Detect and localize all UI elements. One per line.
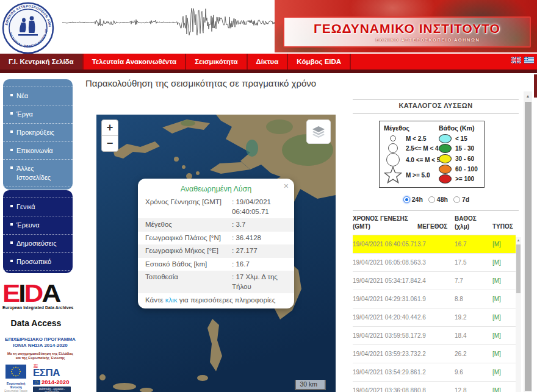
table-row[interactable]: 19/04/2021 04:29:31.061.98.8[M] — [353, 290, 516, 308]
time-filter-24h[interactable]: 24h — [403, 196, 423, 203]
banner-band: ΓΕΩΔΥΝΑΜΙΚΟ ΙΝΣΤΙΤΟΥΤΟ ΕΘΝΙΚΟ ΑΣΤΕΡΟΣΚΟΠ… — [283, 16, 531, 48]
header-line: ΒΑΘΟΣ — [455, 215, 492, 223]
table-scrollbar[interactable]: ▲ — [516, 237, 521, 392]
sidebar-item-label: Νέα — [16, 91, 28, 101]
cell-type: [M] — [492, 351, 516, 357]
eu-flag-icon — [5, 365, 26, 379]
observatory-logo[interactable]: ΕΘΝΙΚΟΝ ΑΣΤΕΡΟΣΚΟΠΕΙΟΝ ΑΘΗΝΩΝ NATIONAL O… — [1, 2, 55, 54]
map-canvas[interactable]: + − × Αναθεωρημένη Λύση Χρόνος Γέννησης … — [96, 115, 336, 392]
legend-magnitude-title: Μέγεθος — [384, 124, 435, 132]
table-scroll-up-icon[interactable]: ▲ — [516, 237, 521, 243]
popup-footer-text2: για περισσότερες πληροφορίες — [178, 296, 276, 304]
popup-footer: Κάντε κλικ για περισσότερες πληροφορίες — [138, 293, 294, 306]
depth-color-swatch — [439, 174, 452, 184]
legend-magnitude-item: 4.0 <= M < 5.0 — [384, 153, 435, 166]
map-legend: Μέγεθος M < 2.52.5<= M < 4.04.0 <= M < 5… — [379, 121, 485, 188]
bullet-icon — [10, 166, 13, 169]
legend-depth-item: 30 - 60 — [439, 154, 480, 164]
nav-item[interactable]: Κόμβος EIDA — [288, 54, 351, 69]
table-row[interactable]: 19/04/2021 06:40:05.713.716.7[M] — [353, 235, 516, 254]
legend-depth-item: 15 - 30 — [439, 144, 480, 154]
cell-time: 19/04/2021 03:59:58.17 — [353, 332, 417, 339]
legend-depth-item: < 15 — [439, 134, 480, 144]
nav-item[interactable]: Δίκτυα — [248, 54, 289, 69]
table-scroll-thumb[interactable] — [516, 244, 521, 293]
table-row[interactable]: 19/04/2021 04:20:40.442.619.2[M] — [353, 308, 516, 327]
popup-close-button[interactable]: × — [284, 182, 289, 190]
table-row[interactable]: 19/04/2021 06:05:08.563.317.5[M] — [353, 254, 516, 272]
sidebar-item[interactable]: Γενικά — [3, 198, 73, 216]
cell-magnitude: 2.2 — [417, 351, 455, 357]
popup-row-value: : 17 Χλμ. Δ της Τήλου — [232, 273, 287, 291]
cell-type: [M] — [492, 387, 516, 392]
sidebar-item[interactable]: Δημοσιεύσεις — [3, 235, 73, 253]
eu-flag-mini-icon — [33, 380, 40, 385]
cell-magnitude: 0.8 — [417, 387, 455, 392]
seismogram-waveform — [62, 4, 279, 41]
nav-item[interactable]: Σεισμικότητα — [186, 54, 247, 69]
table-header-cell: ΒΑΘΟΣ(χλμ) — [455, 215, 492, 230]
time-filter-label: 24h — [412, 196, 423, 203]
sidebar-item[interactable]: Προσωπικό — [3, 253, 73, 271]
espa-logo: ≋ ΕΣΠΑ 2014-2020 ανάπτυξη - εργασία - αλ… — [33, 365, 71, 392]
zoom-out-button[interactable]: − — [102, 135, 118, 151]
bullet-icon — [10, 223, 13, 226]
table-row[interactable]: 19/04/2021 03:36:08.880.812.8[M] — [353, 382, 516, 392]
header-line: (χλμ) — [455, 223, 492, 230]
popup-more-info-link[interactable]: κλικ — [165, 296, 178, 304]
page-title: Παρακολούθηση της σεισμικότητας σε πραγμ… — [85, 78, 316, 88]
radio-icon[interactable] — [403, 196, 410, 203]
magnitude-symbol-icon — [384, 135, 402, 141]
panel-scroll-thumb[interactable] — [525, 102, 532, 391]
sidebar-item-label: Έρευνα — [16, 221, 40, 230]
eida-logo[interactable]: EIDA European Integrated Data Archives D… — [2, 282, 74, 328]
cell-type: [M] — [492, 296, 516, 302]
radio-icon[interactable] — [453, 196, 460, 203]
table-row[interactable]: 19/04/2021 05:34:17.842.47.7[M] — [353, 272, 516, 290]
popup-row-value: : 3.7 — [232, 220, 287, 230]
sidebar-item[interactable]: Επικοινωνία — [3, 142, 73, 160]
sidebar-item[interactable]: Προκηρύξεις — [3, 124, 73, 142]
panel-divider-3 — [353, 210, 519, 211]
espa-years: 2014-2020 — [41, 379, 69, 385]
table-row[interactable]: 19/04/2021 03:54:29.861.29.6[M] — [353, 363, 516, 382]
nav-item[interactable]: Τελευταία Ανακοινωθέντα — [84, 54, 186, 69]
nav-item[interactable]: Γ.Ι. Κεντρική Σελίδα — [0, 54, 84, 69]
cell-magnitude: 1.2 — [417, 369, 455, 376]
eida-letters: EIDA — [2, 282, 74, 303]
table-header-cell: ΤΥΠΟΣ — [492, 215, 516, 230]
cell-depth: 18.4 — [455, 332, 492, 339]
panel-scroll-up-icon[interactable]: ▲ — [524, 91, 532, 101]
sidebar-item[interactable]: Άλλες Ιστοσελίδες — [3, 160, 73, 187]
table-row[interactable]: 19/04/2021 03:59:23.732.226.2[M] — [353, 345, 516, 363]
popup-row-value: : 36.4128 — [232, 233, 287, 243]
depth-color-swatch — [439, 134, 452, 143]
panel-divider-top — [353, 99, 519, 100]
cell-magnitude: 2.6 — [417, 314, 455, 321]
radio-icon[interactable] — [428, 196, 435, 203]
sidebar-item[interactable]: Έρευνα — [3, 216, 73, 235]
time-filter-7d[interactable]: 7d — [453, 196, 469, 203]
map-layers-button[interactable] — [306, 119, 331, 144]
popup-details: Χρόνος Γέννησης [GMT]: 19/04/2021 06:40:… — [138, 196, 294, 293]
cell-depth: 16.7 — [455, 241, 492, 248]
magnitude-circle-icon — [386, 153, 400, 166]
table-row[interactable]: 19/04/2021 03:59:58.172.918.4[M] — [353, 327, 516, 345]
uk-flag-icon[interactable] — [511, 57, 521, 63]
zoom-in-button[interactable]: + — [102, 120, 118, 135]
time-filter-group: 24h48h7d — [366, 196, 506, 203]
time-filter-48h[interactable]: 48h — [428, 196, 448, 203]
map-zoom-control: + − — [101, 119, 118, 152]
bullet-icon — [10, 130, 13, 133]
sidebar-item[interactable]: Νέα — [3, 87, 73, 105]
panel-scrollbar[interactable]: ▲ — [524, 91, 532, 392]
cell-magnitude: 3.7 — [417, 241, 455, 248]
greek-flag-icon[interactable] — [524, 57, 534, 63]
popup-row-label: Γεωγραφικό Μήκος [°E] — [145, 246, 232, 256]
espa-motto: ανάπτυξη - εργασία - αλληλεγγύη — [33, 387, 71, 392]
eu-sublabel: Ευρωπαϊκό Ταμείο Περιφερειακής Ανάπτυξης — [4, 390, 28, 392]
espa-cofinance-line2: και της Ευρωπαϊκής Ένωσης — [4, 356, 77, 361]
depth-color-swatch — [439, 154, 452, 163]
table-header-cell: ΜΕΓΕΘΟΣ — [417, 215, 455, 230]
sidebar-item[interactable]: Έργα — [3, 105, 73, 124]
